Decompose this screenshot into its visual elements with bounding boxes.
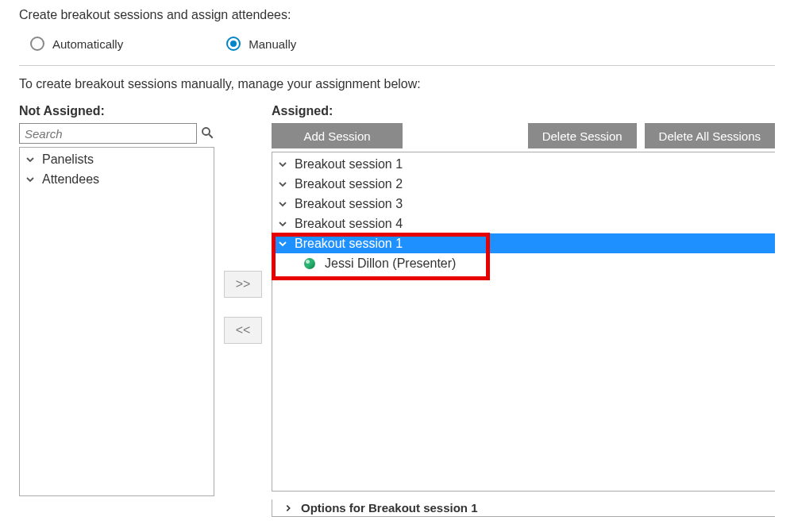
tree-group-label: Attendees [42, 172, 99, 187]
chevron-down-icon [277, 219, 288, 229]
session-item[interactable]: Breakout session 4 [272, 214, 775, 233]
radio-circle-icon [226, 37, 241, 51]
chevron-right-icon [283, 504, 293, 512]
session-label: Breakout session 4 [295, 217, 403, 231]
tree-group-panelists[interactable]: Panelists [20, 149, 214, 169]
assigned-buttons-row: Add Session Delete Session Delete All Se… [272, 123, 775, 148]
radio-automatically-label: Automatically [52, 37, 123, 51]
not-assigned-column: Not Assigned: Panelists Attendees [19, 104, 214, 496]
chevron-down-icon [277, 199, 288, 209]
search-icon[interactable] [200, 125, 214, 142]
assigned-tree[interactable]: Breakout session 1 Breakout session 2 Br… [272, 152, 775, 492]
attendee-item[interactable]: Jessi Dillon (Presenter) [272, 253, 775, 273]
assigned-column: Assigned: Add Session Delete Session Del… [272, 104, 775, 517]
move-right-button[interactable]: >> [224, 271, 262, 298]
session-item[interactable]: Breakout session 3 [272, 194, 775, 214]
session-item[interactable]: Breakout session 1 [272, 154, 775, 174]
options-label: Options for Breakout session 1 [301, 501, 478, 515]
search-row [19, 123, 214, 144]
radio-automatically[interactable]: Automatically [30, 37, 123, 51]
delete-session-button[interactable]: Delete Session [528, 123, 637, 148]
session-item[interactable]: Breakout session 2 [272, 174, 775, 194]
session-label: Breakout session 1 [295, 157, 403, 172]
session-label: Breakout session 2 [295, 177, 403, 191]
radio-circle-icon [30, 37, 44, 51]
tree-group-label: Panelists [42, 152, 94, 167]
session-label: Breakout session 3 [295, 197, 403, 211]
chevron-down-icon [277, 179, 288, 189]
move-buttons-column: >> << [214, 104, 272, 344]
search-input[interactable] [19, 123, 197, 144]
radio-dot-icon [230, 40, 237, 47]
session-label: Breakout session 1 [295, 237, 403, 251]
session-item-selected[interactable]: Breakout session 1 [272, 233, 775, 253]
add-session-button[interactable]: Add Session [272, 123, 403, 148]
instruction-text: To create breakout sessions manually, ma… [19, 77, 775, 91]
page-header: Create breakout sessions and assign atte… [19, 8, 775, 22]
radio-manually-label: Manually [249, 37, 296, 51]
radio-manually[interactable]: Manually [226, 37, 296, 51]
chevron-down-icon [25, 155, 36, 164]
move-left-button[interactable]: << [224, 317, 262, 344]
svg-point-0 [202, 128, 210, 135]
not-assigned-heading: Not Assigned: [19, 104, 214, 118]
delete-all-sessions-button[interactable]: Delete All Sessions [645, 123, 775, 148]
options-row[interactable]: Options for Breakout session 1 [272, 499, 775, 517]
tree-group-attendees[interactable]: Attendees [20, 169, 214, 189]
not-assigned-tree[interactable]: Panelists Attendees [19, 147, 214, 496]
assignment-columns: Not Assigned: Panelists Attendees >> [19, 104, 775, 517]
presence-icon [304, 258, 315, 269]
chevron-down-icon [25, 175, 36, 184]
chevron-down-icon [277, 160, 288, 169]
attendee-name: Jessi Dillon (Presenter) [325, 256, 456, 271]
spacer [410, 123, 520, 148]
chevron-down-icon [277, 239, 288, 249]
assignment-mode-radios: Automatically Manually [19, 37, 775, 66]
svg-line-1 [209, 134, 213, 138]
assigned-heading: Assigned: [272, 104, 775, 118]
